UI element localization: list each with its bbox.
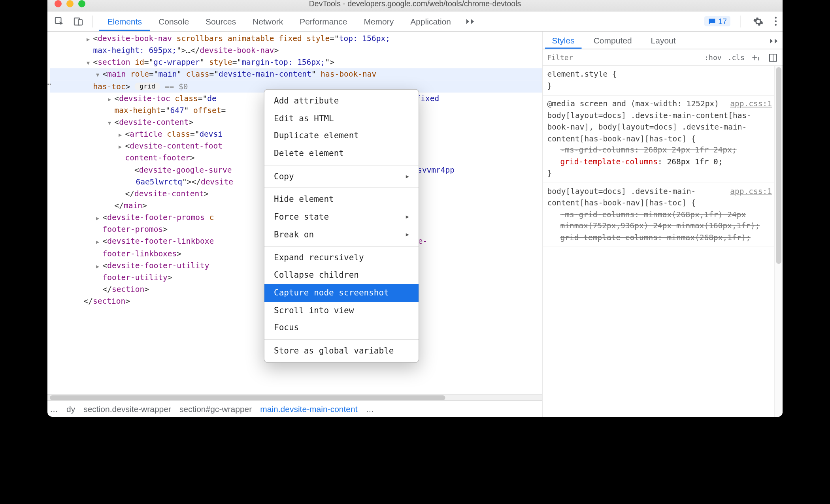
css-selector[interactable]: element.style { bbox=[547, 68, 772, 80]
menu-item[interactable]: Delete element bbox=[264, 145, 419, 163]
more-menu-icon[interactable] bbox=[773, 15, 779, 28]
computed-sidebar-toggle-icon[interactable] bbox=[768, 53, 778, 62]
menu-item[interactable]: Add attribute bbox=[264, 92, 419, 110]
source-link[interactable]: app.css:1 bbox=[730, 98, 772, 109]
toolbar-separator bbox=[740, 15, 741, 27]
style-rule-block[interactable]: app.css:1@media screen and (max-width: 1… bbox=[543, 96, 783, 183]
tab-application[interactable]: Application bbox=[402, 11, 459, 31]
menu-item[interactable]: Copy bbox=[264, 168, 419, 186]
styles-filter-input[interactable] bbox=[547, 53, 699, 62]
breadcrumb-item[interactable]: section#gc-wrapper bbox=[179, 404, 252, 414]
css-property[interactable]: grid-template-columns: minmax(268px,1fr)… bbox=[547, 231, 772, 243]
dom-row[interactable]: <section id="gc-wrapper" style="margin-t… bbox=[50, 56, 542, 68]
titlebar: DevTools - developers.google.com/web/too… bbox=[47, 0, 783, 11]
style-rule-block[interactable]: element.style {} bbox=[543, 66, 783, 96]
tab-network[interactable]: Network bbox=[244, 11, 291, 31]
more-styles-tabs-icon[interactable] bbox=[767, 36, 780, 45]
svg-rect-4 bbox=[770, 54, 773, 61]
toolbar-separator bbox=[92, 15, 93, 27]
panel-tabs: ElementsConsoleSourcesNetworkPerformance… bbox=[99, 11, 460, 31]
more-panels-icon[interactable] bbox=[462, 13, 478, 29]
dom-row[interactable]: <main role="main" class="devsite-main-co… bbox=[50, 69, 542, 81]
css-selector[interactable]: body[layout=docs] .devsite-main-content[… bbox=[547, 109, 772, 144]
menu-item[interactable]: Store as global variable bbox=[264, 342, 419, 360]
breadcrumb-overflow-right[interactable]: … bbox=[366, 404, 374, 414]
elements-panel: ⋯ <devsite-book-nav scrollbars animatabl… bbox=[47, 32, 543, 417]
context-menu: Add attributeEdit as HTMLDuplicate eleme… bbox=[264, 89, 419, 363]
breadcrumb-overflow-left[interactable]: … bbox=[50, 404, 58, 414]
style-rule-block[interactable]: app.css:1body[layout=docs] .devsite-main… bbox=[543, 183, 783, 247]
issues-badge[interactable]: 17 bbox=[704, 16, 730, 26]
tab-console[interactable]: Console bbox=[150, 11, 197, 31]
hov-toggle[interactable]: :hov bbox=[704, 53, 721, 62]
horizontal-scrollbar[interactable] bbox=[47, 394, 542, 400]
styles-tabs: StylesComputedLayout bbox=[543, 32, 783, 49]
styles-panel: StylesComputedLayout :hov .cls element.s… bbox=[543, 32, 783, 417]
menu-item[interactable]: Edit as HTML bbox=[264, 110, 419, 128]
menu-item[interactable]: Capture node screenshot bbox=[264, 284, 419, 302]
svg-rect-2 bbox=[78, 19, 82, 25]
css-property[interactable]: -ms-grid-columns: minmax(268px,1fr) 24px… bbox=[547, 209, 772, 232]
inspect-element-icon[interactable] bbox=[51, 13, 68, 29]
menu-item[interactable]: Collapse children bbox=[264, 266, 419, 284]
breadcrumb: … dysection.devsite-wrappersection#gc-wr… bbox=[47, 400, 542, 417]
window-title: DevTools - developers.google.com/web/too… bbox=[47, 0, 783, 8]
breadcrumb-item[interactable]: section.devsite-wrapper bbox=[83, 404, 171, 414]
tab-memory[interactable]: Memory bbox=[355, 11, 402, 31]
breadcrumb-item[interactable]: dy bbox=[66, 404, 75, 414]
css-property[interactable]: grid-template-columns: 268px 1fr 0; bbox=[547, 156, 772, 167]
menu-item[interactable]: Break on bbox=[264, 226, 419, 244]
styles-tab-computed[interactable]: Computed bbox=[587, 32, 639, 49]
dom-row[interactable]: max-height: 695px;">…</devsite-book-nav> bbox=[50, 45, 542, 56]
gutter-overflow-icon: ⋯ bbox=[47, 78, 51, 91]
tab-elements[interactable]: Elements bbox=[99, 11, 151, 31]
menu-item[interactable]: Hide element bbox=[264, 191, 419, 209]
new-style-rule-icon[interactable] bbox=[751, 53, 762, 62]
settings-gear-icon[interactable] bbox=[750, 13, 767, 29]
dom-row[interactable]: <devsite-book-nav scrollbars animatable … bbox=[50, 33, 542, 45]
device-toggle-icon[interactable] bbox=[70, 13, 87, 29]
style-rules[interactable]: element.style {}app.css:1@media screen a… bbox=[543, 66, 783, 417]
vertical-scrollbar[interactable] bbox=[774, 66, 783, 417]
menu-item[interactable]: Force state bbox=[264, 208, 419, 226]
css-property[interactable]: -ms-grid-columns: 268px 24px 1fr 24px; bbox=[547, 144, 772, 156]
css-selector[interactable]: } bbox=[547, 167, 772, 179]
tab-performance[interactable]: Performance bbox=[291, 11, 355, 31]
menu-item[interactable]: Expand recursively bbox=[264, 249, 419, 267]
breadcrumb-item[interactable]: main.devsite-main-content bbox=[260, 404, 357, 414]
cls-toggle[interactable]: .cls bbox=[728, 53, 745, 62]
main-toolbar: ElementsConsoleSourcesNetworkPerformance… bbox=[47, 11, 783, 32]
styles-tab-styles[interactable]: Styles bbox=[545, 32, 582, 49]
tab-sources[interactable]: Sources bbox=[197, 11, 244, 31]
issues-count: 17 bbox=[718, 17, 727, 26]
dom-tree[interactable]: ⋯ <devsite-book-nav scrollbars animatabl… bbox=[47, 32, 542, 394]
devtools-window: DevTools - developers.google.com/web/too… bbox=[47, 0, 783, 417]
menu-item[interactable]: Scroll into view bbox=[264, 301, 419, 319]
main-split: ⋯ <devsite-book-nav scrollbars animatabl… bbox=[47, 32, 783, 417]
menu-item[interactable]: Duplicate element bbox=[264, 127, 419, 145]
styles-tab-layout[interactable]: Layout bbox=[644, 32, 683, 49]
styles-filter-bar: :hov .cls bbox=[543, 49, 783, 66]
source-link[interactable]: app.css:1 bbox=[730, 185, 772, 197]
menu-item[interactable]: Focus bbox=[264, 319, 419, 337]
css-selector[interactable]: } bbox=[547, 80, 772, 91]
